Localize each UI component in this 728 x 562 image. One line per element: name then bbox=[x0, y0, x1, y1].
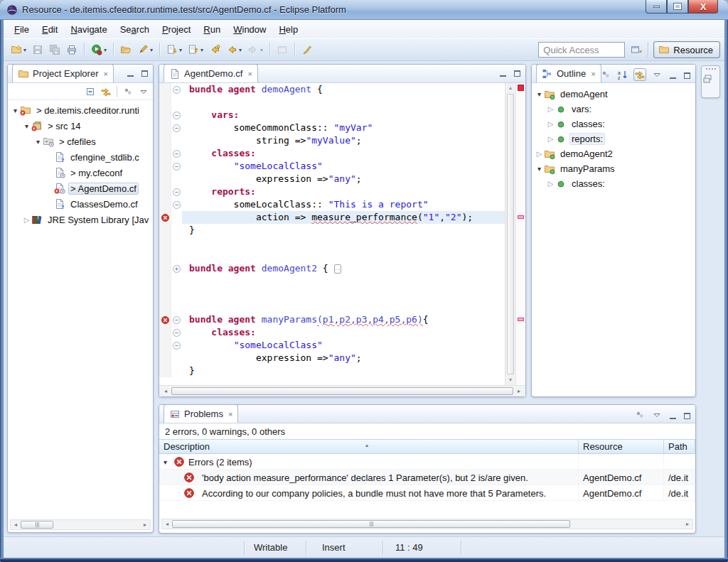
code-line-3[interactable]: − vars: bbox=[159, 109, 505, 121]
focus-button[interactable] bbox=[599, 68, 612, 81]
view-menu-button[interactable] bbox=[651, 409, 663, 421]
expanded-arrow-icon[interactable]: ▾ bbox=[164, 458, 173, 466]
dropdown-arrow-icon[interactable]: ▾ bbox=[179, 47, 182, 53]
print-button[interactable] bbox=[63, 41, 80, 58]
problem-row-2[interactable]: According to our company policies, a bun… bbox=[159, 485, 695, 501]
tab-outline[interactable]: Outline × bbox=[536, 64, 601, 82]
code-line-6[interactable]: − classes: bbox=[159, 147, 505, 160]
maximize-view-button[interactable] bbox=[139, 68, 149, 77]
open-folder-button[interactable] bbox=[117, 41, 134, 58]
code-line-9[interactable]: − reports: bbox=[159, 185, 505, 198]
tree-item-agentdemo-cf[interactable]: > AgentDemo.cf bbox=[8, 180, 153, 196]
collapse-all-button[interactable] bbox=[84, 85, 97, 98]
overview-error-mark[interactable] bbox=[518, 215, 524, 219]
back-history-button[interactable]: ▾ bbox=[223, 41, 245, 58]
code-line-7[interactable]: − "someLocalClass" bbox=[159, 160, 505, 173]
fold-gutter-cell[interactable]: − bbox=[171, 313, 182, 326]
dropdown-arrow-icon[interactable]: ▾ bbox=[239, 47, 242, 53]
editor-vscrollbar[interactable]: ▴ ▾ bbox=[505, 83, 515, 385]
expanded-arrow-icon[interactable]: ▾ bbox=[22, 122, 31, 130]
close-tab-icon[interactable]: × bbox=[591, 70, 595, 78]
tree-item-manyparams[interactable]: ▾manyParams bbox=[532, 161, 695, 176]
scroll-thumb[interactable] bbox=[172, 520, 570, 528]
collapsed-arrow-icon[interactable]: ▷ bbox=[546, 135, 555, 143]
code-line-5[interactable]: string =>"myValue"; bbox=[159, 134, 505, 147]
scroll-right-icon[interactable]: ▸ bbox=[682, 521, 692, 527]
next-annotation-button[interactable]: ▾ bbox=[164, 41, 185, 58]
fold-gutter-cell[interactable]: − bbox=[171, 121, 182, 134]
column-path[interactable]: Path bbox=[664, 440, 695, 453]
focus-button[interactable] bbox=[633, 409, 646, 421]
collapsed-arrow-icon[interactable]: ▷ bbox=[535, 150, 544, 158]
tab-project-explorer[interactable]: Project Explorer × bbox=[12, 64, 114, 82]
scroll-right-icon[interactable]: ▸ bbox=[514, 388, 524, 394]
fold-gutter-cell[interactable]: − bbox=[171, 185, 182, 198]
tree-item-demoagent2[interactable]: ▷demoAgent2 bbox=[532, 146, 695, 161]
dropdown-arrow-icon[interactable]: ▾ bbox=[260, 47, 263, 53]
close-tab-icon[interactable]: × bbox=[103, 70, 107, 78]
maximize-view-button[interactable] bbox=[682, 70, 692, 79]
menu-project[interactable]: Project bbox=[156, 22, 197, 37]
view-menu-button[interactable] bbox=[651, 68, 663, 81]
scroll-left-icon[interactable]: ◂ bbox=[162, 521, 172, 527]
tree-item-classesdemo-cf[interactable]: ?ClassesDemo.cf bbox=[8, 196, 153, 212]
scroll-up-icon[interactable]: ▴ bbox=[505, 83, 515, 93]
code-line-23[interactable]: } bbox=[159, 364, 505, 377]
collapse-region-icon[interactable]: − bbox=[173, 86, 181, 94]
dropdown-arrow-icon[interactable]: ▾ bbox=[200, 47, 203, 53]
scroll-left-icon[interactable]: ◂ bbox=[161, 388, 171, 394]
problems-hscrollbar[interactable]: ◂ ▸ bbox=[161, 519, 693, 529]
code-line-13[interactable] bbox=[159, 237, 505, 249]
run-external-tools-button[interactable]: ▾ bbox=[88, 41, 109, 58]
error-marker-icon[interactable] bbox=[159, 211, 171, 224]
view-menu-button[interactable] bbox=[137, 85, 150, 98]
fold-gutter-cell[interactable]: − bbox=[171, 147, 182, 160]
collapse-region-icon[interactable]: − bbox=[173, 316, 181, 324]
code-line-20[interactable]: − classes: bbox=[159, 326, 505, 339]
focus-button[interactable] bbox=[122, 85, 134, 98]
overview-error-indicator[interactable] bbox=[518, 85, 524, 91]
maximize-view-button[interactable] bbox=[682, 411, 692, 419]
fold-gutter-cell[interactable]: − bbox=[171, 109, 182, 121]
fold-gutter-cell[interactable]: − bbox=[171, 198, 182, 211]
column-description[interactable]: Description▴ bbox=[159, 440, 579, 453]
collapse-region-icon[interactable]: − bbox=[173, 124, 181, 132]
code-line-14[interactable] bbox=[159, 249, 505, 262]
minimize-view-button[interactable] bbox=[668, 411, 678, 419]
code-line-4[interactable]: − someCommonClass:: "myVar" bbox=[159, 121, 505, 134]
scroll-left-icon[interactable]: ◂ bbox=[11, 522, 21, 528]
code-line-15[interactable]: +bundle agent demoAgent2 { .. bbox=[159, 262, 505, 275]
code-line-16[interactable] bbox=[159, 275, 505, 288]
expanded-arrow-icon[interactable]: ▾ bbox=[535, 90, 544, 98]
menu-edit[interactable]: Edit bbox=[36, 22, 64, 37]
previous-annotation-button[interactable]: ▾ bbox=[185, 41, 206, 58]
last-edit-location-button[interactable] bbox=[206, 41, 223, 58]
minimized-view-bar[interactable] bbox=[701, 65, 720, 98]
code-line-12[interactable]: } bbox=[159, 224, 505, 237]
tree-item-reports[interactable]: ▷reports: bbox=[532, 131, 695, 146]
minimize-window-button[interactable] bbox=[646, 0, 667, 13]
minimize-view-button[interactable] bbox=[125, 68, 135, 77]
maximize-view-button[interactable] bbox=[512, 68, 522, 77]
sort-button[interactable]: az bbox=[616, 68, 629, 81]
tree-item-classes[interactable]: ▷classes: bbox=[532, 176, 695, 191]
code-line-22[interactable]: expression =>"any"; bbox=[159, 352, 505, 364]
menu-navigate[interactable]: Navigate bbox=[64, 22, 113, 37]
collapse-region-icon[interactable]: − bbox=[173, 201, 181, 209]
menu-run[interactable]: Run bbox=[197, 22, 227, 37]
save-all-button[interactable] bbox=[46, 41, 63, 58]
fold-gutter-cell[interactable]: − bbox=[171, 326, 182, 339]
quick-access-input[interactable] bbox=[538, 42, 625, 58]
link-with-editor-button[interactable] bbox=[633, 68, 646, 81]
link-with-editor-button[interactable] bbox=[100, 85, 112, 98]
collapse-region-icon[interactable]: − bbox=[173, 329, 181, 337]
collapse-region-icon[interactable]: − bbox=[173, 188, 181, 196]
scroll-thumb[interactable] bbox=[21, 521, 53, 529]
fold-gutter-cell[interactable]: − bbox=[171, 160, 182, 173]
tree-item-src-14[interactable]: ▾> src 14 bbox=[8, 118, 153, 134]
menu-file[interactable]: File bbox=[8, 22, 36, 37]
code-area[interactable]: −bundle agent demoAgent {− vars:− someCo… bbox=[159, 83, 505, 385]
menu-window[interactable]: Window bbox=[227, 22, 272, 37]
expand-region-icon[interactable]: + bbox=[173, 265, 181, 273]
collapse-region-icon[interactable]: − bbox=[173, 150, 181, 158]
